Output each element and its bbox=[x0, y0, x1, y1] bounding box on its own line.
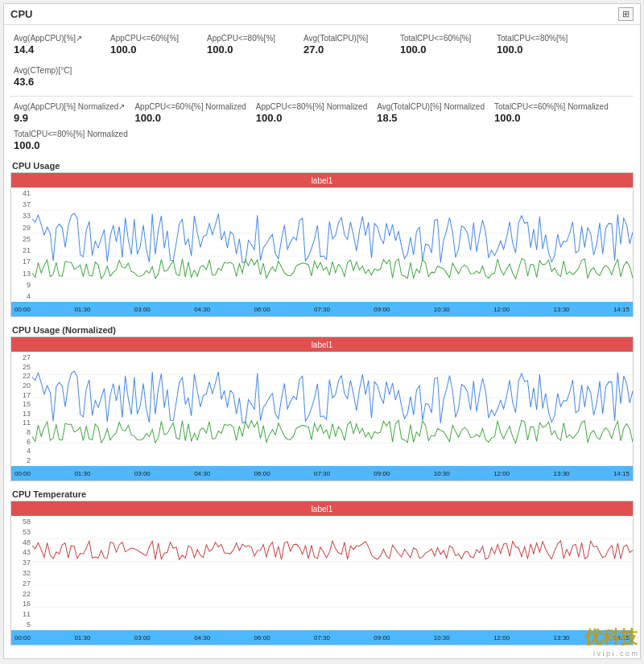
metric-item-normalized: AppCPU<=80%[%] Normalized100.0 bbox=[253, 100, 374, 127]
panel-title: CPU bbox=[10, 8, 32, 20]
metric-item: Avg(AppCPU)[%]↗14.4 bbox=[10, 31, 107, 59]
metric-item-normalized: TotalCPU<=80%[%] Normalized100.0 bbox=[10, 127, 134, 155]
charts-container: CPU Usagelabel141373329252117139400:0001… bbox=[10, 159, 634, 645]
chart-section-1: CPU Usage (Normalized)label1272522201715… bbox=[10, 324, 634, 481]
metric-item-normalized: AppCPU<=60%[%] Normalized100.0 bbox=[131, 100, 252, 127]
metric-item: TotalCPU<=80%[%]100.0 bbox=[493, 31, 590, 59]
metric-item-temp: Avg(CTemp)[°C]43.6 bbox=[10, 64, 107, 91]
chart-svg-1 bbox=[32, 352, 633, 466]
chart-plot-0 bbox=[32, 188, 633, 302]
chart-plot-2 bbox=[32, 516, 633, 630]
chart-label-bar-0: label1 bbox=[11, 173, 633, 188]
metrics-row-temp: Avg(CTemp)[°C]43.6 bbox=[10, 64, 634, 91]
chart-xaxis-2: 00:0001:3003:0004:3006:0007:3009:0010:30… bbox=[11, 630, 633, 645]
chart-title-2: CPU Temperature bbox=[10, 488, 634, 501]
chart-legend-2: CTemp bbox=[11, 645, 633, 645]
metric-item: TotalCPU<=60%[%]100.0 bbox=[397, 31, 493, 59]
chart-title-1: CPU Usage (Normalized) bbox=[10, 324, 634, 336]
chart-yaxis-1: 27252220171513118642 bbox=[11, 352, 32, 466]
section-divider bbox=[10, 96, 634, 97]
chart-svg-2 bbox=[32, 516, 633, 630]
metric-item: AppCPU<=60%[%]100.0 bbox=[107, 31, 204, 59]
chart-title-0: CPU Usage bbox=[10, 159, 634, 172]
chart-section-2: CPU Temperaturelabel15853484337322722161… bbox=[10, 488, 634, 645]
metrics-row-1: Avg(AppCPU)[%]↗14.4AppCPU<=60%[%]100.0Ap… bbox=[10, 31, 634, 59]
chart-container-0: label141373329252117139400:0001:3003:000… bbox=[10, 172, 634, 317]
cpu-panel: CPU ⊞ Avg(AppCPU)[%]↗14.4AppCPU<=60%[%]1… bbox=[3, 3, 641, 659]
chart-section-0: CPU Usagelabel141373329252117139400:0001… bbox=[10, 159, 634, 317]
chart-label-bar-2: label1 bbox=[11, 501, 633, 516]
expand-button[interactable]: ⊞ bbox=[618, 7, 634, 21]
chart-xaxis-0: 00:0001:3003:0004:3006:0007:3009:0010:30… bbox=[11, 302, 633, 316]
panel-header: CPU ⊞ bbox=[4, 4, 640, 25]
metric-item-normalized: TotalCPU<=60%[%] Normalized100.0 bbox=[491, 100, 615, 127]
chart-plot-1 bbox=[32, 352, 633, 466]
chart-legend-1: App Total bbox=[11, 480, 633, 481]
metric-item-normalized: Avg(TotalCPU)[%] Normalized18.5 bbox=[374, 100, 491, 127]
chart-label-bar-1: label1 bbox=[11, 337, 633, 352]
chart-yaxis-2: 585348433732272216115 bbox=[11, 516, 32, 630]
chart-svg-0 bbox=[32, 188, 633, 302]
panel-body: Avg(AppCPU)[%]↗14.4AppCPU<=60%[%]100.0Ap… bbox=[4, 25, 640, 658]
chart-container-2: label158534843373227221611500:0001:3003:… bbox=[10, 501, 634, 645]
metrics-row-2: Avg(AppCPU)[%] Normalized↗9.9AppCPU<=60%… bbox=[10, 100, 634, 155]
chart-legend-0: App Total bbox=[11, 316, 633, 317]
chart-xaxis-1: 00:0001:3003:0004:3006:0007:3009:0010:30… bbox=[11, 466, 633, 480]
chart-container-1: label12725222017151311864200:0001:3003:0… bbox=[10, 336, 634, 481]
metric-item: AppCPU<=80%[%]100.0 bbox=[204, 31, 300, 59]
chart-yaxis-0: 413733292521171394 bbox=[11, 188, 32, 302]
metric-item: Avg(TotalCPU)[%]27.0 bbox=[300, 31, 397, 59]
metric-item-normalized: Avg(AppCPU)[%] Normalized↗9.9 bbox=[10, 100, 131, 127]
